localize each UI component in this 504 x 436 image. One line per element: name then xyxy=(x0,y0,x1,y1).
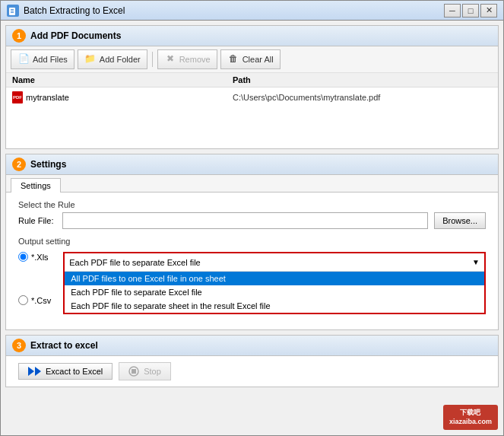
table-row[interactable]: PDF mytranslate C:\Users\pc\Documents\my… xyxy=(6,89,498,106)
add-files-label: Add Files xyxy=(33,55,68,64)
xls-radio-item: *.Xls xyxy=(18,252,51,262)
extract-play-icon xyxy=(28,367,41,376)
xls-label: *.Xls xyxy=(31,253,49,262)
section1-number: 1 xyxy=(12,29,26,43)
close-button[interactable]: ✕ xyxy=(480,4,497,18)
output-options: *.Xls *.Csv Each PDF file to separate Ex… xyxy=(18,252,486,314)
section2-title: Settings xyxy=(30,159,66,170)
browse-button[interactable]: Browse... xyxy=(434,212,486,229)
clear-all-button[interactable]: Clear All xyxy=(220,49,281,69)
add-pdf-header: 1 Add PDF Documents xyxy=(6,26,498,46)
pdf-file-icon: PDF xyxy=(12,91,23,103)
file-name-cell: PDF mytranslate xyxy=(12,91,233,103)
xls-radio[interactable] xyxy=(18,252,28,262)
title-buttons: ─ □ ✕ xyxy=(444,4,497,18)
remove-button[interactable]: Remove xyxy=(157,49,217,69)
dropdown-option-1[interactable]: All PDF files to one Excel file in one s… xyxy=(65,272,484,285)
add-folder-icon xyxy=(84,53,97,65)
dropdown-current-text: Each PDF file to separate Excel file xyxy=(69,258,200,267)
rule-file-label: Rule File: xyxy=(18,216,53,225)
rule-group: Select the Rule Rule File: Browse... xyxy=(18,200,486,229)
settings-tab-bar: Settings xyxy=(6,175,498,193)
remove-icon xyxy=(164,53,176,65)
clear-all-icon xyxy=(227,53,239,65)
add-folder-label: Add Folder xyxy=(100,55,141,64)
file-path-cell: C:\Users\pc\Documents\mytranslate.pdf xyxy=(233,93,492,102)
add-files-button[interactable]: Add Files xyxy=(11,49,74,69)
clear-all-label: Clear All xyxy=(242,55,274,64)
extract-section: 3 Extract to excel Excact to Excel xyxy=(5,335,499,387)
settings-section: 2 Settings Settings Select the Rule Rule… xyxy=(5,154,499,330)
svg-rect-1 xyxy=(11,9,14,10)
add-files-icon xyxy=(17,53,30,65)
col-name-header: Name xyxy=(12,75,233,84)
stop-button[interactable]: Stop xyxy=(119,362,171,380)
title-bar: Batch Extracting to Excel ─ □ ✕ xyxy=(1,1,503,21)
dropdown-selected-value[interactable]: Each PDF file to separate Excel file ▼ xyxy=(65,253,484,272)
separator1 xyxy=(152,52,153,67)
select-rule-label: Select the Rule xyxy=(18,200,486,209)
output-group: Output setting *.Xls *.Csv xyxy=(18,237,486,314)
svg-rect-3 xyxy=(11,12,14,13)
play-tri-1 xyxy=(28,367,34,376)
file-list-header: Name Path xyxy=(6,73,498,88)
section2-number: 2 xyxy=(12,158,26,171)
dropdown-option-2[interactable]: Each PDF file to separate Excel file xyxy=(65,285,484,299)
app-icon xyxy=(7,5,19,17)
add-folder-button[interactable]: Add Folder xyxy=(78,49,147,69)
settings-header: 2 Settings xyxy=(6,154,498,175)
rule-file-row: Rule File: Browse... xyxy=(18,212,486,229)
settings-body: Select the Rule Rule File: Browse... Out… xyxy=(6,193,498,329)
tab-settings[interactable]: Settings xyxy=(11,178,61,193)
watermark: 下载吧xiazaiba.com xyxy=(443,405,498,430)
output-setting-label: Output setting xyxy=(18,237,486,246)
rule-file-input[interactable] xyxy=(62,212,428,229)
svg-rect-5 xyxy=(132,369,136,374)
extract-label: Excact to Excel xyxy=(46,367,103,376)
csv-radio[interactable] xyxy=(18,295,28,305)
extract-body: Excact to Excel Stop xyxy=(6,356,498,387)
pdf-toolbar: Add Files Add Folder Remove Clear All xyxy=(6,46,498,73)
window-title: Batch Extracting to Excel xyxy=(24,5,444,16)
radio-column: *.Xls *.Csv xyxy=(18,252,51,305)
file-name-text: mytranslate xyxy=(26,93,69,102)
section1-title: Add PDF Documents xyxy=(30,30,121,41)
extract-header: 3 Extract to excel xyxy=(6,336,498,356)
output-dropdown-container: Each PDF file to separate Excel file ▼ A… xyxy=(63,252,486,314)
settings-tab-label: Settings xyxy=(21,181,51,190)
file-list-body: PDF mytranslate C:\Users\pc\Documents\my… xyxy=(6,88,498,148)
dropdown-options-list: All PDF files to one Excel file in one s… xyxy=(65,272,484,313)
section3-number: 3 xyxy=(12,339,26,352)
add-pdf-section: 1 Add PDF Documents Add Files Add Folder… xyxy=(5,25,499,149)
main-window: Batch Extracting to Excel ─ □ ✕ 1 Add PD… xyxy=(0,0,504,436)
col-path-header: Path xyxy=(233,75,492,84)
extract-to-excel-button[interactable]: Excact to Excel xyxy=(18,363,113,380)
csv-radio-item: *.Csv xyxy=(18,295,51,305)
remove-label: Remove xyxy=(179,55,211,64)
dropdown-option-3[interactable]: Each PDF file to separate sheet in the r… xyxy=(65,299,484,313)
stop-label: Stop xyxy=(144,367,161,376)
minimize-button[interactable]: ─ xyxy=(444,4,461,18)
dropdown-arrow-icon: ▼ xyxy=(472,258,480,266)
svg-rect-2 xyxy=(11,11,14,11)
stop-icon xyxy=(128,366,139,377)
csv-label: *.Csv xyxy=(31,296,51,305)
section3-title: Extract to excel xyxy=(30,340,98,351)
maximize-button[interactable]: □ xyxy=(462,4,479,18)
content-area: 1 Add PDF Documents Add Files Add Folder… xyxy=(1,21,503,435)
play-tri-2 xyxy=(35,367,41,376)
